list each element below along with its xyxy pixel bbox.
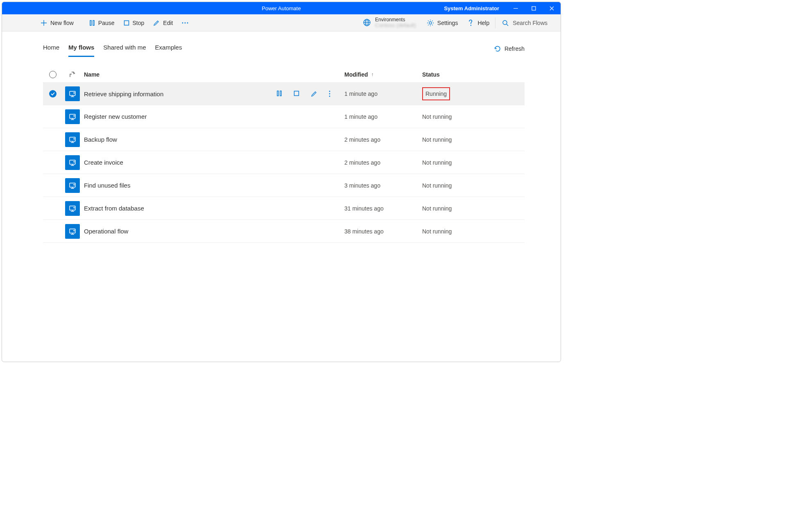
table-header: Name Modified ↑ Status: [43, 67, 525, 82]
status-highlight: Running: [422, 87, 450, 100]
tab-home[interactable]: Home: [43, 41, 59, 57]
flow-status: Not running: [422, 159, 525, 166]
table-row[interactable]: Find unused files3 minutes agoNot runnin…: [43, 174, 525, 197]
flow-status: Running: [422, 87, 525, 100]
stop-button[interactable]: Stop: [121, 18, 147, 28]
environments-label: Environments: [375, 17, 416, 23]
plus-icon: [41, 20, 47, 26]
desktop-flow-icon: [65, 109, 80, 124]
svg-point-17: [429, 22, 432, 24]
settings-button[interactable]: Settings: [422, 14, 463, 32]
desktop-flow-icon: [65, 224, 80, 239]
table-row[interactable]: Operational flow38 minutes agoNot runnin…: [43, 220, 525, 243]
flow-modified: 38 minutes ago: [344, 228, 422, 235]
tab-shared[interactable]: Shared with me: [103, 41, 146, 57]
flow-name[interactable]: Backup flow: [82, 136, 262, 143]
flow-modified: 1 minute ago: [344, 113, 422, 120]
flow-name[interactable]: Operational flow: [82, 228, 262, 235]
row-checkbox-checked[interactable]: [49, 90, 57, 97]
desktop-flow-icon: [65, 132, 80, 147]
maximize-button[interactable]: [525, 2, 543, 14]
flow-name[interactable]: Create invoice: [82, 159, 262, 166]
pause-button[interactable]: Pause: [87, 18, 117, 28]
toolbar-divider: [495, 18, 495, 28]
flow-modified: 2 minutes ago: [344, 159, 422, 166]
flow-name[interactable]: Retrieve shipping information: [82, 91, 262, 97]
search-placeholder: Search Flows: [513, 20, 547, 26]
column-modified-label: Modified: [344, 71, 368, 78]
svg-rect-8: [124, 20, 129, 25]
flow-name[interactable]: Extract from database: [82, 205, 262, 212]
desktop-flow-icon: [65, 86, 80, 101]
table-row[interactable]: Register new customer1 minute agoNot run…: [43, 105, 525, 128]
flow-name[interactable]: Find unused files: [82, 182, 262, 189]
sort-icon-header[interactable]: [63, 71, 82, 78]
help-icon: [468, 19, 474, 27]
pencil-icon: [153, 20, 160, 26]
globe-icon: [363, 18, 371, 27]
select-all[interactable]: [43, 71, 63, 78]
svg-point-26: [329, 93, 330, 95]
new-flow-button[interactable]: New flow: [38, 18, 76, 28]
user-name[interactable]: System Administrator: [444, 5, 507, 11]
edit-button[interactable]: Edit: [151, 18, 175, 28]
flow-modified: 31 minutes ago: [344, 205, 422, 212]
desktop-flow-icon: [65, 155, 80, 170]
svg-point-19: [503, 20, 507, 25]
column-modified[interactable]: Modified ↑: [344, 71, 422, 78]
environments-selector[interactable]: Environments Contoso (default): [363, 17, 422, 28]
toolbar: New flow Pause Stop Edit Environments Co…: [2, 14, 561, 32]
content-area: Home My flows Shared with me Examples Re…: [2, 32, 561, 243]
svg-rect-24: [294, 91, 299, 96]
search-icon: [502, 20, 509, 26]
tab-examples[interactable]: Examples: [155, 41, 182, 57]
minimize-button[interactable]: [507, 2, 525, 14]
table-row[interactable]: Retrieve shipping information1 minute ag…: [43, 82, 525, 105]
column-status[interactable]: Status: [422, 71, 525, 78]
svg-rect-23: [280, 91, 281, 96]
help-button[interactable]: Help: [463, 14, 494, 32]
pause-label: Pause: [98, 20, 115, 26]
more-button[interactable]: [179, 20, 191, 25]
help-label: Help: [477, 20, 489, 26]
column-name[interactable]: Name: [82, 71, 262, 78]
flow-modified: 3 minutes ago: [344, 182, 422, 189]
svg-point-25: [329, 91, 330, 92]
flow-status: Not running: [422, 182, 525, 189]
svg-point-9: [182, 22, 183, 23]
gear-icon: [427, 19, 434, 27]
row-more-button[interactable]: [329, 91, 330, 97]
row-stop-button[interactable]: [294, 91, 299, 97]
flow-status: Not running: [422, 205, 525, 212]
svg-point-11: [187, 22, 188, 23]
edit-label: Edit: [163, 20, 173, 26]
refresh-button[interactable]: Refresh: [494, 45, 525, 52]
titlebar: Power Automate System Administrator: [2, 2, 561, 14]
row-pause-button[interactable]: [276, 91, 282, 97]
pause-icon: [89, 20, 95, 26]
table-row[interactable]: Extract from database31 minutes agoNot r…: [43, 197, 525, 220]
table-row[interactable]: Create invoice2 minutes agoNot running: [43, 151, 525, 174]
refresh-icon: [494, 45, 501, 52]
close-button[interactable]: [543, 2, 561, 14]
search-flows[interactable]: Search Flows: [496, 20, 553, 26]
more-horizontal-icon: [182, 22, 188, 24]
flow-status: Not running: [422, 228, 525, 235]
svg-rect-22: [277, 91, 278, 96]
tab-my-flows[interactable]: My flows: [68, 41, 94, 57]
flow-modified: 1 minute ago: [344, 91, 422, 97]
sort-ascending-icon: ↑: [371, 72, 374, 77]
flows-table: Name Modified ↑ Status Retrieve shipping…: [43, 67, 525, 243]
table-row[interactable]: Backup flow2 minutes agoNot running: [43, 128, 525, 151]
svg-point-10: [185, 22, 186, 23]
svg-point-27: [329, 96, 330, 97]
svg-rect-6: [90, 20, 91, 25]
svg-rect-1: [532, 7, 536, 10]
flow-status: Not running: [422, 113, 525, 120]
row-edit-button[interactable]: [311, 91, 317, 97]
flow-status: Not running: [422, 136, 525, 143]
flow-name[interactable]: Register new customer: [82, 113, 262, 120]
svg-rect-7: [93, 20, 94, 25]
svg-line-20: [507, 24, 508, 26]
app-title: Power Automate: [262, 5, 301, 11]
